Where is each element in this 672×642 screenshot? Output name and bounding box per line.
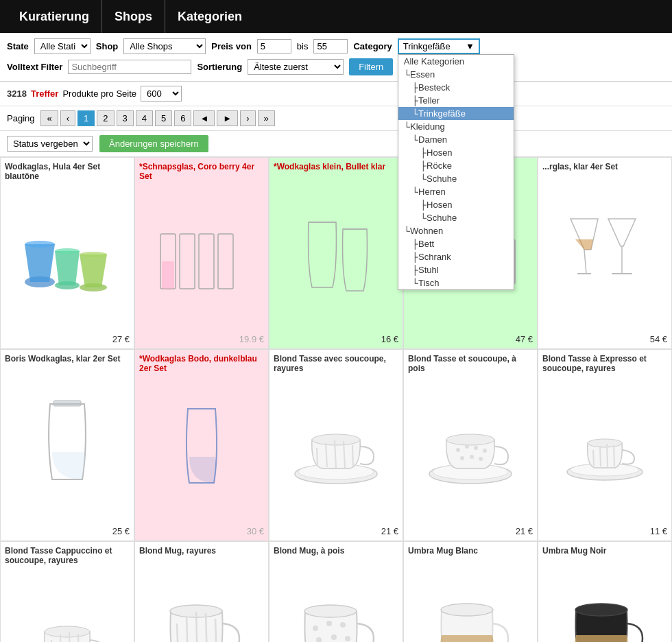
cat-item-hosen-d[interactable]: ├Hosen [398, 146, 514, 159]
product-title: Blond Tasse à Expresso et soucoupe, rayu… [542, 354, 667, 373]
nav-shops[interactable]: Shops [102, 0, 165, 33]
page-prev-prev[interactable]: ‹ [60, 110, 75, 126]
product-title: Blond Tasse et soucoupe, à pois [408, 354, 533, 373]
product-price: 27 € [5, 334, 130, 344]
product-image [288, 412, 384, 488]
product-cell-5: ...rglas, klar 4er Set 54 € [538, 157, 672, 349]
page-next-prev[interactable]: ◄ [193, 110, 215, 126]
product-image [33, 397, 101, 493]
page-last[interactable]: » [258, 110, 275, 126]
shop-select[interactable]: Alle Shops [123, 38, 206, 54]
product-title: Blond Mug, rayures [139, 546, 264, 556]
product-cell-6: Boris Wodkaglas, klar 2er Set 25 € [0, 349, 134, 541]
page-3[interactable]: 3 [117, 110, 134, 126]
svg-line-50 [69, 632, 70, 642]
cat-item-tisch[interactable]: └Tisch [398, 276, 514, 289]
product-title: Blond Tasse Cappuccino et soucoupe, rayu… [5, 546, 130, 565]
svg-line-27 [352, 445, 353, 466]
results-bar: 3218 Treffer Produkte pro Seite 600 [0, 82, 672, 106]
svg-point-22 [312, 434, 360, 445]
svg-point-36 [470, 455, 474, 459]
status-select[interactable]: Status vergeben [7, 136, 93, 152]
page-next[interactable]: ► [217, 110, 238, 126]
paging-label: Paging [7, 113, 34, 123]
svg-rect-8 [180, 234, 195, 289]
cat-item-schuhe-h[interactable]: └Schuhe [398, 211, 514, 224]
product-grid: Wodkaglas, Hula 4er Set blautöne 27 € *S… [0, 157, 672, 642]
product-title: Umbra Mug Blanc [408, 546, 533, 556]
product-image [160, 597, 243, 642]
product-title: *Schnapsglas, Coro berry 4er Set [139, 162, 264, 181]
page-5[interactable]: 5 [155, 110, 172, 126]
product-price: 30 € [139, 526, 264, 536]
cat-item-schrank[interactable]: ├Schrank [398, 250, 514, 263]
svg-point-40 [588, 439, 622, 447]
product-title: Blond Tasse avec soucoupe, rayures [274, 354, 398, 373]
cat-item-essen[interactable]: └Essen [398, 68, 514, 81]
product-image [154, 213, 250, 302]
svg-rect-19 [53, 401, 81, 406]
product-price: 16 € [274, 334, 398, 344]
shop-label: Shop [96, 41, 119, 51]
cat-item-kleidung[interactable]: └Kleidung [398, 120, 514, 133]
cat-item-damen[interactable]: └Damen [398, 133, 514, 146]
ppp-label: Produkte pro Seite [62, 88, 136, 99]
filter-button[interactable]: Filtern [349, 58, 393, 75]
category-label: Category [353, 41, 392, 51]
svg-point-3 [55, 248, 80, 254]
price-label: Preis von [211, 41, 252, 51]
price-to-input[interactable] [313, 39, 348, 54]
filter-bar: State Alle Stati Shop Alle Shops Preis v… [0, 33, 672, 82]
product-image [167, 402, 236, 498]
cat-item-alle[interactable]: Alle Kategorien [398, 55, 514, 68]
svg-point-64 [345, 636, 350, 641]
cat-item-bett[interactable]: ├Bett [398, 237, 514, 250]
product-image-area [5, 565, 130, 642]
sort-select[interactable]: Älteste zuerst [248, 59, 344, 75]
product-cell-7: *Wodkaglas Bodo, dunkelblau 2er Set 30 € [134, 349, 269, 541]
price-from-input[interactable] [257, 39, 291, 54]
save-changes-button[interactable]: Änderungen speichern [99, 135, 208, 152]
page-4[interactable]: 4 [136, 110, 153, 126]
product-price: 19.9 € [139, 334, 264, 344]
product-title: *Wodkaglas Bodo, dunkelblau 2er Set [139, 354, 264, 373]
svg-point-5 [80, 252, 107, 257]
cat-item-rocke[interactable]: ├Röcke [398, 159, 514, 172]
cat-item-wohnen[interactable]: └Wohnen [398, 224, 514, 237]
product-image [557, 209, 653, 298]
cat-item-hosen-h[interactable]: ├Hosen [398, 198, 514, 211]
page-first[interactable]: « [40, 110, 58, 126]
category-display[interactable]: Trinkgefäße ▼ [398, 38, 480, 54]
svg-point-35 [460, 456, 464, 460]
cat-item-stuhl[interactable]: ├Stuhl [398, 263, 514, 276]
svg-point-47 [45, 626, 90, 637]
svg-line-41 [593, 450, 594, 466]
nav-kategorien[interactable]: Kategorien [165, 0, 254, 33]
product-image [564, 597, 646, 642]
svg-point-1 [25, 241, 55, 248]
svg-point-69 [575, 604, 627, 616]
nav-kuratierung[interactable]: Kuratierung [7, 0, 102, 33]
product-image [422, 412, 518, 488]
product-price: 25 € [5, 526, 130, 536]
page-6[interactable]: 6 [174, 110, 191, 126]
page-1[interactable]: 1 [77, 110, 95, 126]
paging-bar: Paging « ‹ 1 2 3 4 5 6 ◄ ► › » [0, 106, 672, 131]
category-wrapper: Trinkgefäße ▼ Alle Kategorien └Essen ├Be… [398, 38, 480, 54]
cat-item-teller[interactable]: ├Teller [398, 94, 514, 107]
cat-item-trinkgefaesse[interactable]: └Trinkgefäße [398, 107, 514, 120]
ppp-select[interactable]: 600 [141, 86, 182, 102]
cat-item-besteck[interactable]: ├Besteck [398, 81, 514, 94]
state-select[interactable]: Alle Stati [34, 38, 91, 54]
product-image-area [274, 171, 398, 334]
product-cell-1: Wodkaglas, Hula 4er Set blautöne 27 € [0, 157, 134, 349]
svg-rect-9 [199, 234, 214, 289]
product-image [23, 606, 112, 642]
svg-point-32 [465, 444, 469, 449]
cat-item-herren[interactable]: └Herren [398, 185, 514, 198]
page-2[interactable]: 2 [97, 110, 114, 126]
product-title: Blond Mug, à pois [274, 546, 398, 556]
fulltext-input[interactable] [68, 60, 191, 74]
cat-item-schuhe-d[interactable]: └Schuhe [398, 172, 514, 185]
page-next2[interactable]: › [240, 110, 255, 126]
